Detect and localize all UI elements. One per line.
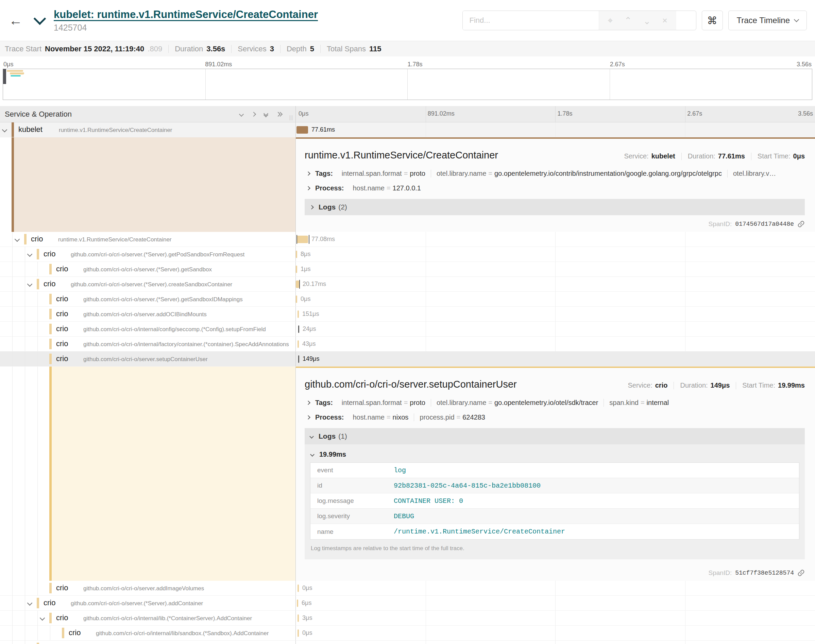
span-row[interactable]: crio github.com/cri-o/cri-o/server.(*Ser… <box>0 292 815 307</box>
copy-link-icon[interactable] <box>797 569 805 577</box>
span-timeline-cell[interactable]: 0μs <box>296 581 815 595</box>
span-name-cell[interactable]: crio github.com/cri-o/cri-o/server.(*Ser… <box>0 277 296 291</box>
span-row[interactable]: crio github.com/cri-o/cri-o/server.(*Ser… <box>0 277 815 292</box>
span-duration-bar[interactable] <box>296 251 297 258</box>
span-timeline-cell[interactable]: 20.17ms <box>296 277 815 291</box>
span-row[interactable]: crio runtime.v1.RuntimeService/CreateCon… <box>0 232 815 247</box>
span-timeline-cell[interactable]: 77.08ms <box>296 232 815 247</box>
span-row[interactable]: crio github.com/cri-o/cri-o/server.(*Ser… <box>0 641 815 644</box>
span-timeline-cell[interactable]: 3μs <box>296 611 815 625</box>
row-chevron-down-icon[interactable] <box>15 237 20 242</box>
chevron-right-icon <box>306 172 310 176</box>
row-chevron-down-icon[interactable] <box>27 282 33 287</box>
locate-target-icon[interactable]: ⌖ <box>608 15 613 26</box>
minimap-drag-handle[interactable] <box>3 69 6 84</box>
find-input[interactable] <box>463 11 599 30</box>
minimap-canvas[interactable] <box>3 69 812 100</box>
span-duration-bar[interactable] <box>297 584 299 592</box>
span-row[interactable]: crio github.com/cri-o/cri-o/server.(*Ser… <box>0 596 815 611</box>
span-duration-bar[interactable] <box>296 281 299 288</box>
tags-section-toggle[interactable]: Tags: internal.span.format=proto otel.li… <box>305 399 805 407</box>
span-duration-bar[interactable] <box>297 615 299 622</box>
trace-view-dropdown[interactable]: Trace Timeline <box>728 11 807 30</box>
chevron-up-icon[interactable]: ⌃ <box>624 15 632 26</box>
tag-item: internal.span.format=proto <box>336 399 431 407</box>
collapse-all-icon[interactable] <box>264 112 268 117</box>
collapse-one-icon[interactable] <box>239 112 244 116</box>
span-detail-panel-setupcontaineruser: github.com/cri-o/cri-o/server.setupConta… <box>0 366 815 581</box>
row-chevron-down-icon[interactable] <box>40 615 45 621</box>
process-section-toggle[interactable]: Process: host.name=127.0.0.1 <box>305 184 805 192</box>
span-row[interactable]: crio github.com/cri-o/cri-o/server.(*Ser… <box>0 262 815 277</box>
span-duration-bar[interactable] <box>297 236 308 243</box>
span-timeline-cell[interactable]: 24μs <box>296 322 815 336</box>
span-name-cell[interactable]: crio github.com/cri-o/cri-o/server.(*Ser… <box>0 641 296 644</box>
copy-link-icon[interactable] <box>797 220 805 228</box>
span-name-cell[interactable]: crio github.com/cri-o/cri-o/internal/con… <box>0 322 296 336</box>
span-row[interactable]: crio github.com/cri-o/cri-o/internal/lib… <box>0 626 815 641</box>
span-name-cell[interactable]: crio github.com/cri-o/cri-o/server.(*Ser… <box>0 247 296 261</box>
span-timeline-cell[interactable]: 8μs <box>296 247 815 261</box>
expand-all-icon[interactable] <box>276 112 282 116</box>
span-duration-bar[interactable] <box>297 126 308 133</box>
span-timeline-cell[interactable]: 0μs <box>296 292 815 307</box>
row-chevron-down-icon[interactable] <box>2 127 8 133</box>
tag-item: otel.library.name=go.opentelemetry.io/co… <box>431 170 727 178</box>
operation-name: github.com/cri-o/cri-o/internal/config/s… <box>83 326 266 333</box>
span-duration-bar[interactable] <box>298 325 299 333</box>
span-row[interactable]: kubelet runtime.v1.RuntimeService/Create… <box>0 123 815 137</box>
span-row[interactable]: crio github.com/cri-o/cri-o/internal/lib… <box>0 611 815 626</box>
span-row[interactable]: crio github.com/cri-o/cri-o/internal/fac… <box>0 337 815 351</box>
span-row[interactable]: crio github.com/cri-o/cri-o/server.(*Ser… <box>0 247 815 262</box>
span-name-cell[interactable]: crio github.com/cri-o/cri-o/server.(*Ser… <box>0 292 296 307</box>
span-timeline-cell[interactable]: 149μs <box>296 351 815 366</box>
span-name-cell[interactable]: crio github.com/cri-o/cri-o/server.(*Ser… <box>0 596 296 610</box>
span-duration-label: 77.08ms <box>311 236 335 243</box>
span-row[interactable]: crio github.com/cri-o/cri-o/server.addIm… <box>0 581 815 596</box>
span-timeline-cell[interactable]: 151μs <box>296 307 815 321</box>
span-row[interactable]: crio github.com/cri-o/cri-o/internal/con… <box>0 322 815 337</box>
span-name-cell[interactable]: crio github.com/cri-o/cri-o/server.setup… <box>0 351 296 366</box>
collapse-trace-chevron-icon[interactable] <box>34 12 46 25</box>
logs-section-toggle[interactable]: Logs (2) <box>305 199 805 215</box>
span-duration-bar[interactable] <box>296 296 297 303</box>
span-timeline-cell[interactable]: 77.61ms <box>296 123 815 137</box>
close-icon[interactable]: × <box>662 15 668 26</box>
span-name-cell[interactable]: crio github.com/cri-o/cri-o/internal/lib… <box>0 611 296 625</box>
span-timeline-cell[interactable]: 6μs <box>296 596 815 610</box>
span-name-cell[interactable]: crio github.com/cri-o/cri-o/server.(*Ser… <box>0 262 296 276</box>
span-name-cell[interactable]: crio github.com/cri-o/cri-o/server.addOC… <box>0 307 296 321</box>
row-chevron-down-icon[interactable] <box>27 251 33 257</box>
span-row[interactable]: crio github.com/cri-o/cri-o/server.setup… <box>0 351 815 366</box>
span-name-cell[interactable]: crio github.com/cri-o/cri-o/internal/fac… <box>0 337 296 351</box>
span-name-cell[interactable]: crio github.com/cri-o/cri-o/server.addIm… <box>0 581 296 595</box>
span-duration-bar[interactable] <box>297 629 299 637</box>
span-duration-bar[interactable] <box>297 310 299 318</box>
operation-name: github.com/cri-o/cri-o/internal/factory/… <box>83 341 289 348</box>
span-duration-bar[interactable] <box>296 265 297 273</box>
span-name-cell[interactable]: crio runtime.v1.RuntimeService/CreateCon… <box>0 232 296 247</box>
logs-section-toggle[interactable]: Logs (1) <box>305 428 805 445</box>
trace-title-link[interactable]: kubelet: runtime.v1.RuntimeService/Creat… <box>54 9 318 20</box>
span-duration-bar[interactable] <box>298 355 299 363</box>
span-name-cell[interactable]: kubelet runtime.v1.RuntimeService/Create… <box>0 123 296 137</box>
chevron-down-icon[interactable]: ⌃ <box>643 15 651 26</box>
span-duration-bar[interactable] <box>297 600 298 607</box>
span-row[interactable]: crio github.com/cri-o/cri-o/server.addOC… <box>0 307 815 322</box>
span-timeline-cell[interactable]: 43μs <box>296 337 815 351</box>
back-arrow-icon[interactable]: ← <box>5 10 26 31</box>
process-section-toggle[interactable]: Process: host.name=nixos process.pid=624… <box>305 414 805 421</box>
keyboard-shortcuts-button[interactable]: ⌘ <box>702 11 723 30</box>
span-timeline-cell[interactable]: 0μs <box>296 626 815 640</box>
tags-section-toggle[interactable]: Tags: internal.span.format=proto otel.li… <box>305 170 805 178</box>
column-resize-grip[interactable]: || <box>290 115 293 121</box>
span-name-cell[interactable]: crio github.com/cri-o/cri-o/internal/lib… <box>0 626 296 640</box>
span-duration-bar[interactable] <box>297 340 299 348</box>
span-timeline-cell[interactable]: 0μs <box>296 641 815 644</box>
row-chevron-down-icon[interactable] <box>27 601 33 606</box>
service-operation-header: Service & Operation || <box>0 106 296 122</box>
operation-name: github.com/cri-o/cri-o/server.addImageVo… <box>83 585 204 592</box>
span-timeline-cell[interactable]: 1μs <box>296 262 815 276</box>
expand-one-icon[interactable] <box>251 112 256 116</box>
log-entry-toggle[interactable]: 19.99ms <box>310 446 800 462</box>
